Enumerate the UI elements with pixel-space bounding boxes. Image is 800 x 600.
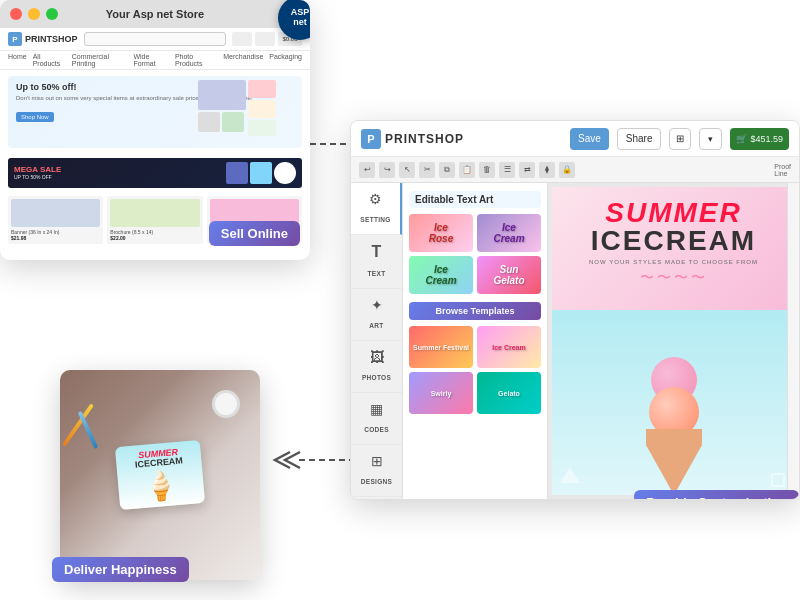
canvas-icecream-text: ICECREAM xyxy=(591,227,756,255)
grid-button[interactable]: ⊞ xyxy=(669,128,691,150)
icecream-background xyxy=(552,310,795,495)
nav-home[interactable]: Home xyxy=(8,53,27,67)
icecream-cone-illustration xyxy=(634,385,714,495)
pencil-2 xyxy=(81,410,95,450)
toolbar-align[interactable]: ☰ xyxy=(499,162,515,178)
sidebar-codes[interactable]: ▦ CODES xyxy=(351,393,402,445)
sidebar-text[interactable]: T TEXT xyxy=(351,235,402,289)
toolbar-copy[interactable]: ⧉ xyxy=(439,162,455,178)
photo-background: SUMMER ICECREAM 🍦 xyxy=(60,370,260,580)
toolbar-undo[interactable]: ↩ xyxy=(359,162,375,178)
product-card-2[interactable]: Brochure (8.5 x 14) $22.00 xyxy=(107,196,202,244)
save-button[interactable]: Save xyxy=(570,128,609,150)
template-label-1: Summer Festival xyxy=(409,326,473,368)
sidebar-text-label: TEXT xyxy=(368,270,386,277)
template-item-2[interactable]: Ice Cream xyxy=(477,326,541,368)
nav-packaging[interactable]: Packaging xyxy=(269,53,302,67)
text-icon: T xyxy=(355,243,398,261)
nav-commercial[interactable]: Commercial Printing xyxy=(72,53,128,67)
cart-icon: 🛒 xyxy=(736,134,747,144)
toolbar-flip[interactable]: ⇄ xyxy=(519,162,535,178)
sidebar-codes-label: CODES xyxy=(364,426,389,433)
template-label-2: Ice Cream xyxy=(477,326,541,368)
aspnet-badge-text: ASPnet xyxy=(291,8,310,28)
canvas-summer-text: SUMMER xyxy=(605,199,741,227)
mega-sale-banner: MEGA SALE UP TO 50% OFF xyxy=(8,158,302,188)
template-label-3: Swirly xyxy=(409,372,473,414)
toolbar-layer[interactable]: ⧫ xyxy=(539,162,555,178)
product-price-1: $21.98 xyxy=(11,235,100,241)
toolbar-lock[interactable]: 🔒 xyxy=(559,162,575,178)
editor-logo-icon: P xyxy=(361,129,381,149)
minimize-button[interactable] xyxy=(28,8,40,20)
sidebar-designs[interactable]: ⊞ DESIGNS xyxy=(351,445,402,497)
store-logo: P PRINTSHOP xyxy=(8,32,78,46)
hero-images xyxy=(198,80,298,136)
square-decoration xyxy=(771,473,785,487)
cart-price: $451.59 xyxy=(750,134,783,144)
sidebar-photos-label: PHOTOS xyxy=(362,374,391,381)
template-item-4[interactable]: Gelato xyxy=(477,372,541,414)
template-label-4: Gelato xyxy=(477,372,541,414)
editor-toolbar: ↩ ↪ ↖ ✂ ⧉ 📋 🗑 ☰ ⇄ ⧫ 🔒 ProofLine xyxy=(351,157,799,183)
editor-panel: Editable Text Art IceRose IceCream IceCr… xyxy=(403,183,548,499)
store-search[interactable] xyxy=(84,32,226,46)
product-price-2: $22.00 xyxy=(110,235,199,241)
codes-icon: ▦ xyxy=(355,401,398,417)
editor-logo-text: PRINTSHOP xyxy=(385,132,464,146)
text-art-item-2[interactable]: IceCream xyxy=(477,214,541,252)
toolbar-delete[interactable]: 🗑 xyxy=(479,162,495,178)
sidebar-background[interactable]: ▭ BACKGROU ND xyxy=(351,497,402,500)
proof-label: ProofLine xyxy=(774,163,791,177)
sidebar-art-label: ART xyxy=(369,322,383,329)
sell-online-label: Sell Online xyxy=(209,221,300,246)
store-header: P PRINTSHOP $0.00 xyxy=(0,28,310,51)
text-art-label-1: IceRose xyxy=(427,220,455,246)
editor-logo: P PRINTSHOP xyxy=(361,129,464,149)
deliver-happiness-label: Deliver Happiness xyxy=(52,557,189,582)
browse-templates-button[interactable]: Browse Templates xyxy=(409,302,541,320)
toolbar-cursor[interactable]: ↖ xyxy=(399,162,415,178)
nav-all[interactable]: All Products xyxy=(33,53,66,67)
template-item-1[interactable]: Summer Festival xyxy=(409,326,473,368)
toolbar-redo[interactable]: ↪ xyxy=(379,162,395,178)
mac-window: Your Asp net Store ASPnet P PRINTSHOP $0… xyxy=(0,0,310,260)
mega-sale-text: MEGA SALE xyxy=(14,166,61,175)
cart-button[interactable]: 🛒 $451.59 xyxy=(730,128,789,150)
text-art-grid: IceRose IceCream IceCream SunGelato xyxy=(409,214,541,294)
coffee-mug xyxy=(212,390,240,418)
triangle-decoration xyxy=(560,467,580,483)
share-button[interactable]: Share xyxy=(617,128,662,150)
editor-canvas: SUMMER ICECREAM NOW YOUR STYLES MADE TO … xyxy=(548,183,799,499)
text-art-item-3[interactable]: IceCream xyxy=(409,256,473,294)
hero-shop-btn[interactable]: Shop Now xyxy=(16,112,54,122)
editor-header: P PRINTSHOP Save Share ⊞ ▾ 🛒 $451.59 xyxy=(351,121,799,157)
editor-sidebar: ⚙ SETTING T TEXT ✦ ART 🖼 PHOTOS ▦ CODES … xyxy=(351,183,403,499)
maximize-button[interactable] xyxy=(46,8,58,20)
canvas-ruler xyxy=(787,183,799,499)
sidebar-setting[interactable]: ⚙ SETTING xyxy=(351,183,402,235)
photo-mockup: SUMMER ICECREAM 🍦 xyxy=(60,370,260,580)
canvas-wavy-decoration: 〜〜〜〜 xyxy=(640,269,708,287)
text-art-label-4: SunGelato xyxy=(491,262,526,288)
product-card-1[interactable]: Banner (36 In x 24 In) $21.98 xyxy=(8,196,103,244)
toolbar-cut[interactable]: ✂ xyxy=(419,162,435,178)
nav-photo[interactable]: Photo Products xyxy=(175,53,217,67)
nav-merch[interactable]: Merchandise xyxy=(223,53,263,67)
text-art-item-4[interactable]: SunGelato xyxy=(477,256,541,294)
nav-wide[interactable]: Wide Format xyxy=(133,53,168,67)
text-art-item-1[interactable]: IceRose xyxy=(409,214,473,252)
template-item-3[interactable]: Swirly xyxy=(409,372,473,414)
editor-window: P PRINTSHOP Save Share ⊞ ▾ 🛒 $451.59 ↩ ↪… xyxy=(350,120,800,500)
sidebar-photos[interactable]: 🖼 PHOTOS xyxy=(351,341,402,393)
art-icon: ✦ xyxy=(355,297,398,313)
template-grid: Summer Festival Ice Cream Swirly Gelato xyxy=(409,326,541,414)
dropdown-button[interactable]: ▾ xyxy=(699,128,722,150)
mega-sale-sub: UP TO 50% OFF xyxy=(14,174,61,180)
text-art-section-title: Editable Text Art xyxy=(409,191,541,208)
setting-icon: ⚙ xyxy=(355,191,396,207)
sidebar-art[interactable]: ✦ ART xyxy=(351,289,402,341)
store-logo-icon: P xyxy=(8,32,22,46)
close-button[interactable] xyxy=(10,8,22,20)
toolbar-paste[interactable]: 📋 xyxy=(459,162,475,178)
